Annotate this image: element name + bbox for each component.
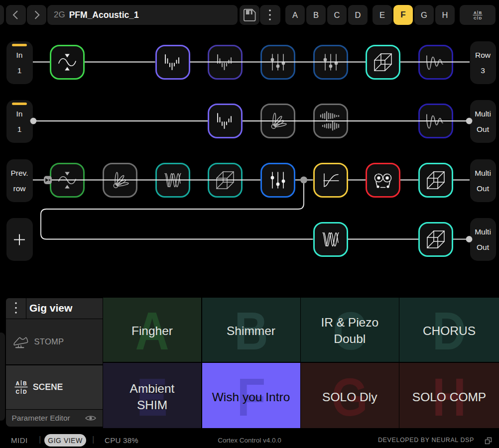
svg-text:A: A xyxy=(15,380,19,386)
svg-text:D: D xyxy=(23,389,27,394)
svg-text:B: B xyxy=(23,380,27,386)
svg-text:C: C xyxy=(15,389,19,394)
